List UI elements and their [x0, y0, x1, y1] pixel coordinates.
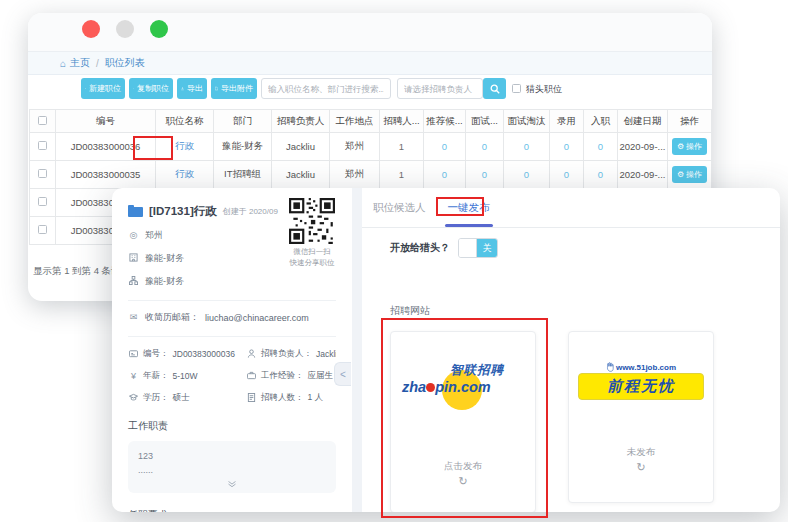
job-summary-panel: [ID7131]行政 创建于 2020/09: [112, 188, 352, 512]
tab-candidates[interactable]: 职位候选人: [373, 201, 426, 215]
export-button[interactable]: 导出: [177, 78, 207, 99]
table-header-row: 编号 职位名称 部门 招聘负责人 工作地点 招聘人... 推荐候... 面试..…: [30, 110, 712, 133]
col-header-dept: 部门: [214, 110, 272, 133]
zhaopin-logo-cn: 智联招聘: [450, 362, 504, 379]
row-checkbox[interactable]: [38, 141, 47, 150]
new-job-button[interactable]: 新建职位: [81, 78, 125, 99]
onboard-count-link[interactable]: 0: [598, 141, 603, 152]
publish-panel: 职位候选人 一键发布 开放给猎头？ 关 招聘网站 智联招聘: [362, 188, 780, 512]
sites-section-title: 招聘网站: [390, 304, 780, 318]
toggle-knob: [459, 239, 477, 257]
col-header-action: 操作: [668, 110, 712, 133]
zhaopin-publish-status[interactable]: 点击发布: [391, 460, 535, 473]
expand-chevron-icon[interactable]: [227, 480, 238, 490]
panel-collapse-handle[interactable]: <: [334, 362, 351, 386]
cell-dept: 豫能-财务: [214, 133, 272, 161]
resume-email-label: 收简历邮箱：: [145, 311, 199, 324]
breadcrumb-current: 职位列表: [105, 56, 145, 70]
resume-email-row: ✉ 收简历邮箱： liuchao@chinacareer.com: [128, 311, 336, 324]
building-icon: [128, 253, 139, 264]
window-zoom-button[interactable]: [150, 20, 168, 38]
col-header-owner: 招聘负责人: [272, 110, 330, 133]
interview-count-link[interactable]: 0: [482, 169, 487, 180]
zhaopin-logo: 智联招聘 zhapin.com: [402, 362, 524, 414]
search-input[interactable]: [261, 78, 391, 99]
breadcrumb: ⌂ 主页 / 职位列表: [28, 52, 712, 75]
refresh-icon[interactable]: ↻: [569, 461, 713, 474]
recommended-count-link[interactable]: 0: [442, 141, 447, 152]
window-minimize-button[interactable]: [116, 20, 134, 38]
resume-email-value: liuchao@chinacareer.com: [205, 313, 309, 323]
job-org-line: 豫能-财务: [128, 275, 336, 288]
copy-icon: [133, 85, 134, 92]
headhunter-toggle-row: 开放给猎头？ 关: [390, 238, 780, 258]
interview-out-count-link[interactable]: 0: [524, 141, 529, 152]
field-experience: 工作经验：应届生: [246, 370, 336, 382]
export-label: 导出: [187, 83, 203, 94]
col-header-title: 职位名称: [156, 110, 214, 133]
row-action-button[interactable]: ⚙操作: [672, 138, 707, 155]
publish-panel-body: 开放给猎头？ 关 招聘网站 智联招聘 zhapin.com 点击发布: [362, 228, 780, 512]
copy-job-button[interactable]: 复制职位: [129, 78, 173, 99]
refresh-icon[interactable]: ↻: [391, 475, 535, 488]
interview-count-link[interactable]: 0: [482, 141, 487, 152]
job-title-link[interactable]: 行政: [175, 140, 194, 151]
field-salary: ¥ 年薪：5-10W: [128, 370, 246, 382]
modal-tabs: 职位候选人 一键发布: [362, 188, 780, 228]
field-headcount: 招聘人数：1 人: [246, 392, 336, 404]
field-label: 工作经验：: [261, 370, 304, 382]
export-attachment-button[interactable]: 导出附件: [211, 78, 257, 99]
row-checkbox[interactable]: [38, 197, 47, 206]
duty-content-box: 123 ......: [128, 441, 336, 493]
breadcrumb-home[interactable]: 主页: [70, 56, 90, 70]
row-checkbox[interactable]: [38, 225, 47, 234]
field-label: 年薪：: [143, 370, 169, 382]
field-label: 编号：: [143, 348, 169, 360]
select-all-checkbox[interactable]: [38, 116, 47, 125]
briefcase-icon: [246, 371, 257, 382]
recommended-count-link[interactable]: 0: [442, 169, 447, 180]
interview-out-count-link[interactable]: 0: [524, 169, 529, 180]
screenshot-canvas: ⌂ 主页 / 职位列表 新建职位 复制职位 导出 导出附件: [0, 0, 788, 522]
headcount-value: 1: [399, 141, 404, 152]
tab-one-click-publish[interactable]: 一键发布: [448, 201, 490, 215]
owner-select-input[interactable]: [397, 78, 483, 99]
col-header-created: 创建日期: [618, 110, 668, 133]
headhunter-checkbox[interactable]: [512, 84, 521, 93]
hired-count-link[interactable]: 0: [564, 169, 569, 180]
field-value: 硕士: [173, 392, 190, 404]
zhaopin-red-dot: [426, 383, 435, 392]
zhaopin-site-card[interactable]: 智联招聘 zhapin.com 点击发布 ↻: [390, 331, 536, 512]
job-detail-modal: [ID7131]行政 创建于 2020/09: [112, 188, 780, 512]
field-value: JD00383000036: [173, 349, 235, 359]
graduation-cap-icon: [128, 393, 139, 404]
cell-created-date: 2020-09-...: [618, 161, 668, 189]
divider: [128, 336, 336, 337]
job51-site-card[interactable]: www.51job.com 前程无忧 未发布 ↻: [568, 331, 714, 503]
job-location: 郑州: [145, 229, 163, 242]
home-icon: ⌂: [60, 58, 66, 69]
job-title-link[interactable]: 行政: [175, 168, 194, 179]
zhaopin-logo-en: zhapin.com: [402, 379, 491, 395]
field-value: 1 人: [308, 392, 324, 404]
onboard-count-link[interactable]: 0: [598, 169, 603, 180]
cell-location: 郑州: [330, 133, 380, 161]
qr-caption-line2: 快速分享职位: [284, 257, 340, 268]
org-chart-icon: [128, 276, 139, 287]
headhunter-toggle[interactable]: 关: [458, 238, 498, 258]
hired-count-link[interactable]: 0: [564, 141, 569, 152]
download-icon: [181, 85, 184, 92]
breadcrumb-separator: /: [96, 58, 99, 69]
cell-created-date: 2020-09-...: [618, 133, 668, 161]
toggle-off-label: 关: [477, 239, 497, 257]
col-header-interview-out: 面试淘汰: [504, 110, 550, 133]
row-checkbox[interactable]: [38, 169, 47, 178]
field-education: 学历：硕士: [128, 392, 246, 404]
new-job-label: 新建职位: [89, 83, 121, 94]
search-button[interactable]: [483, 78, 506, 99]
job-fields-grid: 编号：JD00383000036 招聘负责人：Jackliu ¥ 年薪：5-10…: [128, 348, 336, 404]
row-action-button[interactable]: ⚙操作: [672, 166, 707, 183]
cell-owner: Jackliu: [272, 161, 330, 189]
toolbar: 新建职位 复制职位 导出 导出附件 猎头职位: [53, 76, 706, 102]
window-close-button[interactable]: [82, 20, 100, 38]
